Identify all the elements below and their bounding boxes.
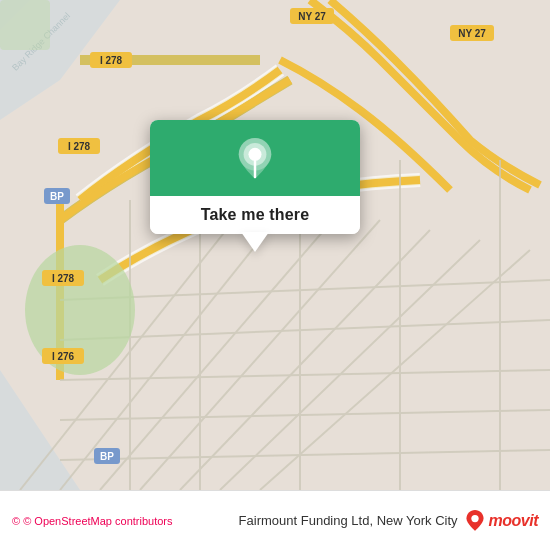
take-me-there-button[interactable]: Take me there bbox=[150, 196, 360, 234]
svg-text:BP: BP bbox=[100, 451, 114, 462]
bottom-bar: © © OpenStreetMap contributors Fairmount… bbox=[0, 490, 550, 550]
attribution-text: © OpenStreetMap contributors bbox=[23, 515, 172, 527]
map-container: Bay Ridge Channel bbox=[0, 0, 550, 490]
svg-text:NY 27: NY 27 bbox=[298, 11, 326, 22]
moovit-logo: moovit bbox=[464, 510, 538, 532]
svg-rect-25 bbox=[0, 0, 50, 50]
svg-point-46 bbox=[471, 514, 478, 521]
popup-arrow bbox=[241, 232, 269, 252]
svg-text:I 276: I 276 bbox=[52, 351, 75, 362]
svg-text:NY 27: NY 27 bbox=[458, 28, 486, 39]
map-svg: Bay Ridge Channel bbox=[0, 0, 550, 490]
copyright-symbol: © bbox=[12, 515, 20, 527]
attribution: © © OpenStreetMap contributors bbox=[12, 515, 229, 527]
location-pin-icon bbox=[233, 138, 277, 182]
moovit-brand-text: moovit bbox=[489, 512, 538, 530]
popup-card: Take me there bbox=[150, 120, 360, 234]
moovit-pin-icon bbox=[464, 510, 486, 532]
svg-text:BP: BP bbox=[50, 191, 64, 202]
svg-text:I 278: I 278 bbox=[100, 55, 123, 66]
popup-header bbox=[150, 120, 360, 196]
svg-text:I 278: I 278 bbox=[68, 141, 91, 152]
svg-text:I 278: I 278 bbox=[52, 273, 75, 284]
bottom-right: Fairmount Funding Ltd, New York City moo… bbox=[239, 510, 538, 532]
svg-point-45 bbox=[249, 149, 260, 160]
place-name: Fairmount Funding Ltd, New York City bbox=[239, 513, 458, 528]
